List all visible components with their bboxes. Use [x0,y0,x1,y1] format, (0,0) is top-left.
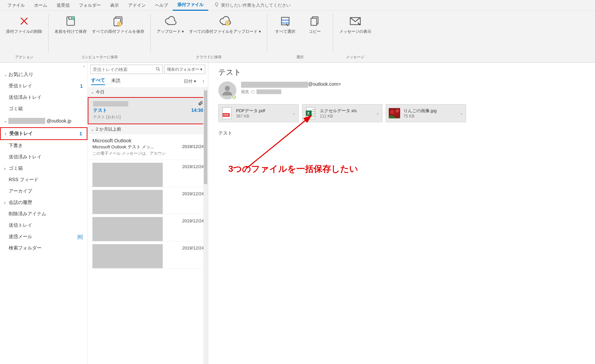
mail-date: 2019/12/24 [182,218,204,223]
account-header[interactable]: ⌄@outlook.jp [0,115,87,127]
btn-show-message[interactable]: メッセージの表示 [339,15,371,34]
menu-file[interactable]: ファイル [3,0,29,10]
main: ‹ ⌄お気に入り 受信トレイ1 送信済みトレイ ゴミ箱 ⌄@outlook.jp… [0,63,595,364]
search-box[interactable] [90,65,163,74]
btn-save-all[interactable]: すべての添付ファイルを保存 [92,15,144,34]
folder-trash[interactable]: ゴミ箱 [0,163,87,174]
btn-upload[interactable]: アップロード ▾ [157,15,184,34]
search-icon[interactable] [156,67,160,72]
folder-pane: ‹ ⌄お気に入り 受信トレイ1 送信済みトレイ ゴミ箱 ⌄@outlook.jp… [0,63,88,364]
mail-item-selected[interactable]: テスト14:30 テスト [おわり] [88,98,207,124]
collapse-handle[interactable]: ‹ [0,64,87,69]
att-name: りんごの画像.jpg [403,108,456,114]
svg-point-21 [395,109,399,113]
folder-drafts-label: 下書き [9,143,23,149]
btn-delete-attachment[interactable]: 添付ファイルの削除 [6,15,42,34]
group-title-actions: アクション [15,55,33,61]
folder-rss[interactable]: RSS フィード [0,174,87,186]
folder-junk-label: 迷惑メール [9,234,32,240]
favorites-header[interactable]: ⌄お気に入り [0,69,87,80]
attachment-xls[interactable]: X エクセルデータ.xls111 KB ⌄ [302,104,382,122]
menu-bar: ファイル ホーム 送受信 フォルダー 表示 アドイン ヘルプ 添付ファイル 実行… [0,0,595,11]
btn-select-all[interactable]: すべて選択 [273,15,297,34]
annotation-text: 3つのファイルを一括保存したい [228,163,358,175]
menu-sendrecv[interactable]: 送受信 [52,0,74,10]
mail-item-older[interactable]: 2019/12/24 [88,160,208,187]
attachment-pdf[interactable]: PDF PDFデータ.pdf367 KB ⌄ [218,104,299,122]
folder-drafts[interactable]: 下書き [0,140,87,151]
sort-direction[interactable]: ↑ [202,79,205,84]
favorites-label: お気に入り [8,71,33,77]
reading-body: テスト [218,130,585,136]
folder-sent[interactable]: 送信済みトレイ [0,151,87,163]
account-suffix: @outlook.jp [47,118,71,124]
scrollbar-thumb[interactable] [204,90,207,184]
lightbulb-icon [214,2,219,8]
mail-redacted [92,163,163,187]
group-older-label: 2 か月以上前 [96,126,121,132]
tell-me[interactable]: 実行したい作業を入力してください [214,2,291,8]
menu-addin[interactable]: アドイン [124,0,150,10]
search-input[interactable] [93,67,156,72]
btn-save-as[interactable]: 名前を付けて保存 [55,15,87,34]
mail-item-older[interactable]: 2019/12/24 [88,214,208,241]
mail-item-older[interactable]: 2019/12/24 [88,241,208,269]
chevron-down-icon[interactable]: ⌄ [292,111,296,116]
menu-folder[interactable]: フォルダー [74,0,105,10]
btn-show-message-label: メッセージの表示 [339,29,371,34]
search-scope[interactable]: 現在のフォルダー ▾ [164,65,205,74]
ribbon-group-message: メッセージの表示 メッセージ [333,11,377,62]
fav-inbox[interactable]: 受信トレイ1 [0,80,87,92]
outlook-subject: Microsoft Outlook テスト メッ... [92,144,154,150]
mail-date: 2019/12/24 [182,191,204,196]
menu-view[interactable]: 表示 [105,0,124,10]
cloud-upload-icon [164,15,177,27]
group-today[interactable]: ⌄今日 2 [88,87,208,97]
folder-rss-label: RSS フィード [9,177,39,183]
folder-outbox[interactable]: 送信トレイ [0,220,87,231]
xls-icon: X [305,106,316,120]
sort-by[interactable]: 日付 ▾ [184,78,196,84]
copy-icon [308,15,321,27]
filter-all[interactable]: すべて [91,77,105,85]
sender-email: @outlook.com> [308,81,341,87]
avatar[interactable] [218,81,236,99]
fav-sent[interactable]: 送信済みトレイ [0,92,87,103]
chevron-down-icon[interactable]: ⌄ [376,111,379,116]
group-today-label: 今日 [96,89,104,95]
mail-item-older[interactable]: 2019/12/24 [88,187,208,214]
fav-trash[interactable]: ゴミ箱 [0,103,87,115]
attachment-img[interactable]: りんごの画像.jpg75 KB ⌄ [386,104,466,122]
folder-search[interactable]: 検索フォルダー [0,242,87,254]
annotation-box-1: 受信トレイ 1 1 [0,127,87,140]
chevron-down-icon[interactable]: ⌄ [460,111,463,116]
ribbon-group-cloud: アップロード ▾ すべての添付ファイルをアップロード ▾ クラウドに保存 [151,11,267,62]
select-all-icon [279,15,292,27]
menu-attachfiles[interactable]: 添付ファイル [173,0,208,11]
filter-unread[interactable]: 未読 [111,78,121,85]
scrollbar[interactable] [203,87,208,364]
mail-redacted [92,244,163,268]
btn-copy[interactable]: コピー [303,15,327,34]
mail-item-outlook[interactable]: Microsoft Outlook Microsoft Outlook テスト … [88,134,208,160]
svg-point-11 [225,86,230,91]
folder-conversation[interactable]: 会話の履歴 [0,197,87,208]
folder-archive[interactable]: アーカイブ [0,186,87,197]
group-older[interactable]: ⌄2 か月以上前 [88,124,208,134]
menu-home[interactable]: ホーム [29,0,52,10]
folder-junk[interactable]: 迷惑メール[6] [0,231,87,242]
folder-search-label: 検索フォルダー [9,245,42,251]
menu-help[interactable]: ヘルプ [150,0,173,10]
attachment-icon [198,100,203,107]
to-label: 宛先 [241,89,249,95]
folder-inbox-count: 1 [79,131,82,136]
mail-from-redacted [93,101,128,106]
outlook-from: Microsoft Outlook [92,138,204,143]
save-icon [64,15,77,27]
image-thumbnail [389,106,400,120]
folder-deleted[interactable]: 削除済みアイテム [0,208,87,220]
btn-upload-all[interactable]: すべての添付ファイルをアップロード ▾ [189,15,261,34]
annotation-box-2: テスト14:30 テスト [おわり] [88,97,208,124]
mail-list-body: ⌄今日 2 テスト14:30 テスト [おわり] ⌄2 か月以上前 Micros… [88,87,208,364]
folder-inbox[interactable]: 受信トレイ 1 [1,128,87,139]
